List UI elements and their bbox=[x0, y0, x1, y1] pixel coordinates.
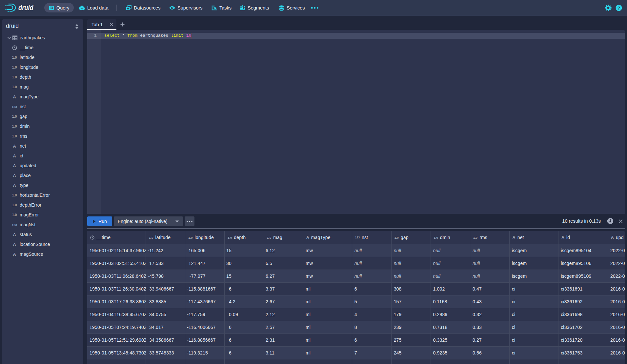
svg-text:?: ? bbox=[617, 6, 620, 10]
